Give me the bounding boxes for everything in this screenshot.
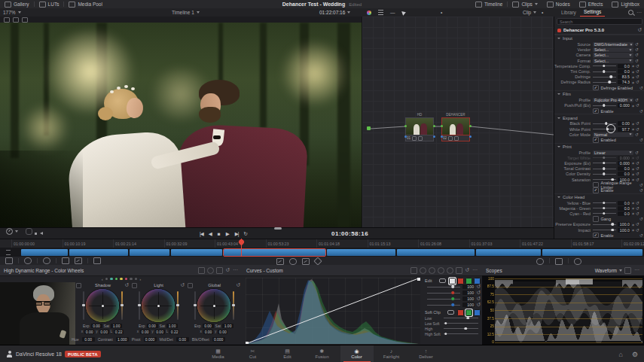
exposure-slider[interactable] [83,291,84,320]
reset-icon[interactable]: ↺ [476,284,481,290]
reset-icon[interactable]: ↺ [476,290,481,296]
page-tab-color[interactable]: ◉Color [340,345,374,362]
reset-icon[interactable]: ↺ [636,161,639,166]
pager-dot[interactable] [115,278,118,281]
softclip-blue-button[interactable] [474,309,481,316]
y-value[interactable]: 0.00 [218,330,227,334]
sat-value[interactable]: 1.00 [166,324,178,328]
reset-icon[interactable]: ↺ [637,27,642,33]
pager-prev-icon[interactable]: ‹ [102,277,103,281]
clip-grade-icon[interactable] [5,257,13,264]
low-soft-slider[interactable] [444,323,478,324]
camera-select[interactable]: Select... [593,53,633,57]
slash-icon[interactable] [302,258,310,265]
node-options-dot-icon[interactable]: • [542,8,543,17]
tint-comp-value[interactable]: 0.0 [618,69,630,74]
low-slider[interactable] [444,318,478,318]
green-gain-slider[interactable] [427,299,460,300]
info-icon[interactable] [574,258,581,265]
profile-select[interactable]: Linear [593,151,633,155]
inspector-menu-icon[interactable]: ⋯ [636,8,642,17]
keyframe-icon[interactable]: ◆ [632,206,634,210]
magenta-green-slider[interactable] [593,208,616,208]
panel-expand-icon[interactable] [216,267,223,274]
green-gain-value[interactable]: 100 [462,297,475,301]
curve-tool-icon[interactable] [438,267,444,274]
saturation-slider[interactable] [177,291,179,320]
reset-icon[interactable]: ↺ [636,228,639,233]
exposure-ev-slider[interactable] [593,163,616,163]
exposure-ev-value[interactable]: 0.000 [618,161,630,166]
global-color-wheel[interactable] [197,289,230,322]
reset-icon[interactable]: ↺ [635,42,639,47]
section-header-film[interactable]: Film [554,90,644,98]
reset-icon[interactable]: ↺ [636,69,639,74]
pivot-value[interactable]: 0.000 [144,337,157,342]
reset-icon[interactable]: ↺ [636,64,639,68]
node-input-dot[interactable] [441,125,443,127]
node-mask-dot[interactable] [469,135,472,138]
panel-menu-icon[interactable]: ⋯ [233,267,239,273]
project-settings-gear-icon[interactable]: ⚙ [632,351,638,358]
keyframe-icon[interactable]: ◆ [632,211,634,215]
plugin-header[interactable]: Dehancer Pro 5.3.0 ↺ [554,26,644,35]
plugin-enabled-dot[interactable] [557,29,561,32]
tracker-icon[interactable] [22,17,28,23]
exp-value[interactable]: 0.00 [147,324,158,328]
timeline-clip[interactable] [476,249,541,256]
curve-plot[interactable] [246,278,420,344]
section-header-expand[interactable]: Expand [554,114,644,121]
clock-icon[interactable] [43,257,50,264]
reset-icon[interactable]: ↺ [636,201,639,205]
reset-icon[interactable]: ↺ [636,121,639,126]
wheel-mini-icon[interactable] [76,283,81,288]
waveform-scope[interactable]: 10087.57562.55037.52512.50 [482,275,644,345]
luts-button[interactable]: LUTs [35,0,64,8]
target-white-value[interactable]: 0.000 [618,156,630,160]
white-point-value[interactable]: 97.7 [618,127,630,132]
keyframe-icon[interactable]: ◆ [632,156,634,160]
timeline-clip[interactable] [397,249,475,256]
timeline-zoom-handle[interactable] [274,227,282,230]
timeline-clip[interactable] [69,249,128,256]
timeline-clip[interactable] [21,249,68,256]
link-channels-icon[interactable] [439,278,446,283]
defringe-enabled-checkbox[interactable]: ✓ [593,85,599,91]
curve-tool-icon[interactable] [429,267,435,274]
reset-icon[interactable]: ↺ [124,282,129,288]
wipe-icon[interactable] [75,257,82,264]
keyframe-icon[interactable]: ◆ [632,70,634,74]
reset-icon[interactable]: ↺ [236,282,240,288]
cyan-red-value[interactable]: 0.0 [618,211,630,216]
timeline-clip[interactable] [327,249,395,256]
vendor-select[interactable]: Select... [593,47,633,52]
reset-icon[interactable]: ↺ [635,59,639,63]
timeline-clip[interactable] [171,249,222,256]
lightbox-button[interactable]: Lightbox [607,0,644,8]
saturation-slider[interactable] [233,291,234,320]
page-tab-media[interactable]: ▦Media [202,345,235,362]
profile-select[interactable]: Fujicolor Pro 400H [593,98,633,102]
tonal-contrast-slider[interactable] [593,169,616,169]
tint-comp-slider[interactable] [593,71,616,72]
wheel-mini-icon[interactable] [188,283,193,288]
exp-value[interactable]: 0.00 [203,324,214,328]
reset-icon[interactable]: ↺ [639,183,643,187]
pointer-tool-icon[interactable] [402,8,406,17]
magenta-green-value[interactable]: 0.0 [618,206,630,211]
audio-mute-icon[interactable] [40,232,43,235]
wheel-mini-icon[interactable] [132,283,137,288]
curve-tool-icon[interactable] [447,267,453,274]
node-01[interactable]: HD 01 [405,113,434,141]
unlink-icon[interactable] [26,228,32,235]
sat-value[interactable]: 1.00 [111,324,122,328]
timeline-clip-selected[interactable] [224,249,325,256]
defringe-slider[interactable] [593,77,616,78]
keyframe-icon[interactable]: ◆ [632,172,634,176]
y-gain-value[interactable]: 100 [462,284,475,289]
x-value[interactable]: 0.00 [203,330,213,334]
keyframe-icon[interactable]: ◆ [632,64,634,68]
black-point-value[interactable]: 0.00 [618,121,630,126]
gang-checkbox[interactable] [593,216,599,222]
page-tab-edit[interactable]: ▤Edit [271,345,304,362]
